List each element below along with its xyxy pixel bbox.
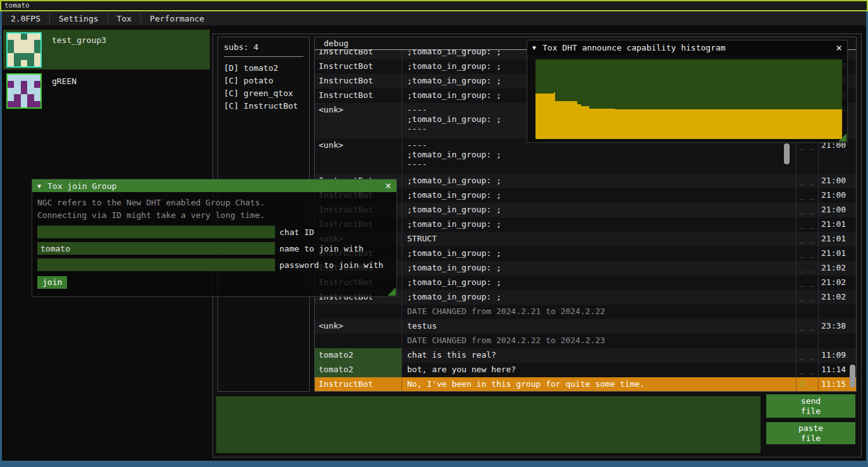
sender-name-cell: <unk> [315, 319, 402, 334]
group-avatar [6, 32, 42, 68]
message-time: 21:02 [818, 261, 856, 276]
message-flags: _ _ [796, 261, 818, 276]
chat-row[interactable]: <unk>testus_ _23:38 [315, 319, 856, 334]
date-changed-row[interactable]: DATE CHANGED from 2024.2.22 to 2024.2.23 [315, 334, 856, 348]
close-icon[interactable]: × [836, 44, 842, 52]
chat-scrollbar-thumb[interactable] [850, 365, 855, 387]
resize-handle[interactable] [838, 133, 847, 142]
sender-name-cell: InstructBot [315, 74, 402, 88]
message-time: 23:38 [818, 319, 856, 334]
window-edge-left [0, 11, 2, 461]
sidebar-item-group[interactable]: test_group3 [3, 30, 210, 70]
histogram-window-titlebar[interactable]: ▼ Tox DHT announce capability histogram … [527, 40, 847, 55]
sender-name-cell: tomato2 [315, 348, 402, 363]
members-header: subs: 4 [224, 42, 303, 52]
join-password-field[interactable] [37, 258, 275, 271]
paste-file-button[interactable]: paste file [766, 422, 855, 444]
message-text: chat is this real? [402, 348, 796, 363]
menu-item-performance[interactable]: Performance [141, 11, 213, 25]
message-text: ---- ;tomato_in_group: ; ---- [402, 138, 796, 174]
message-time [818, 305, 856, 319]
group-avatar [6, 73, 42, 109]
member-list-item[interactable]: [C] InstructBot [224, 100, 303, 112]
collapse-arrow-icon[interactable]: ▼ [37, 183, 41, 190]
message-input[interactable] [216, 396, 761, 453]
message-time: 21:02 [818, 290, 856, 305]
histogram-bar-segment [615, 109, 842, 139]
title-bar[interactable]: tomato [0, 0, 868, 11]
message-flags: _ _ [796, 174, 818, 188]
message-flags: _ _ [796, 232, 818, 246]
member-list-item[interactable]: [D] tomato2 [224, 62, 303, 75]
histogram-plot [535, 59, 842, 139]
chat-row[interactable]: tomato2bot, are you new here?_ _11:14 [315, 363, 856, 377]
message-flags: _ _ [796, 246, 818, 261]
message-text: ;tomato_in_group: ; [402, 290, 796, 305]
join-name-field[interactable] [37, 242, 275, 255]
collapse-arrow-icon[interactable]: ▼ [532, 44, 536, 51]
message-text: ;tomato_in_group: ; [402, 188, 796, 203]
date-changed-text: DATE CHANGED from 2024.2.22 to 2024.2.23 [402, 334, 796, 348]
window-edge-bottom [0, 461, 868, 467]
send-file-button[interactable]: send file [766, 394, 855, 418]
join-dialog-title: Tox join Group [47, 181, 385, 191]
message-time: 21:00 [818, 138, 856, 174]
message-time: 21:01 [818, 217, 856, 232]
message-flags: d _ [796, 377, 818, 392]
member-list-item[interactable]: [C] potato [224, 75, 303, 87]
message-text: ;tomato_in_group: ; [402, 217, 796, 232]
message-text: ;tomato_in_group: ; [402, 246, 796, 261]
message-time: 21:00 [818, 188, 856, 203]
join-button[interactable]: join [37, 276, 67, 289]
histogram-bar-segment [581, 106, 589, 139]
sidebar-item-group[interactable]: gREEN [3, 71, 210, 109]
message-flags: _ _ [796, 203, 818, 217]
member-list-item[interactable]: [C] green_qtox [224, 87, 303, 100]
histogram-window: ▼ Tox DHT announce capability histogram … [527, 40, 848, 143]
message-flags [796, 305, 818, 319]
menu-item-settings[interactable]: Settings [50, 11, 107, 25]
resize-handle[interactable] [388, 288, 396, 296]
message-scrollbar-thumb[interactable] [784, 143, 790, 164]
group-name: gREEN [52, 76, 76, 109]
sender-name-cell: <unk> [315, 103, 402, 138]
message-flags: _ _ [796, 188, 818, 203]
message-text: testus [402, 319, 796, 334]
window-title: tomato [4, 1, 30, 9]
sender-name-cell [315, 305, 402, 319]
message-time: 21:02 [818, 276, 856, 290]
chat-row[interactable]: <unk>---- ;tomato_in_group: ; ----_ _21:… [315, 138, 856, 174]
app-window: tomato 2.0FPSSettingsToxPerformance test… [0, 0, 868, 467]
message-flags: _ _ [796, 290, 818, 305]
group-name: test_group3 [52, 35, 106, 70]
histogram-window-title: Tox DHT announce capability histogram [542, 43, 836, 52]
chat-row[interactable]: InstructBotNo, I've been in this group f… [315, 377, 856, 392]
date-changed-row[interactable]: DATE CHANGED from 2024.2.21 to 2024.2.22 [315, 305, 856, 319]
join-info-line1: NGC refers to the New DHT enabled Group … [37, 197, 391, 209]
message-flags: _ _ [796, 276, 818, 290]
sender-name-cell: tomato2 [315, 363, 402, 377]
close-icon[interactable]: × [385, 181, 391, 190]
histogram-bar-segment [589, 109, 615, 140]
message-time: 21:00 [818, 174, 856, 188]
tab-debug[interactable]: debug [324, 39, 348, 48]
message-flags: _ _ [796, 319, 818, 334]
message-text: bot, are you new here? [402, 363, 796, 377]
chat-row[interactable]: tomato2chat is this real?_ _11:09 [315, 348, 856, 363]
menu-item-2-0fps[interactable]: 2.0FPS [2, 11, 49, 25]
message-flags [796, 334, 818, 348]
menu-item-tox[interactable]: Tox [108, 11, 140, 25]
join-name-label: name to join with [279, 244, 364, 253]
message-time: 11:09 [818, 348, 856, 363]
join-dialog-titlebar[interactable]: ▼ Tox join Group × [32, 179, 396, 192]
message-flags: _ _ [796, 217, 818, 232]
message-text: ;tomato_in_group: ; [402, 276, 796, 290]
message-text: ;tomato_in_group: ; [402, 261, 796, 276]
chat-id-field[interactable] [37, 226, 275, 238]
message-flags: _ _ [796, 348, 818, 363]
message-text: ;tomato_in_group: ; [402, 174, 796, 188]
sender-name-cell: <unk> [315, 138, 402, 174]
histogram-bar-segment [535, 94, 554, 139]
sender-name-cell: InstructBot [315, 59, 402, 74]
message-flags: _ _ [796, 138, 818, 174]
